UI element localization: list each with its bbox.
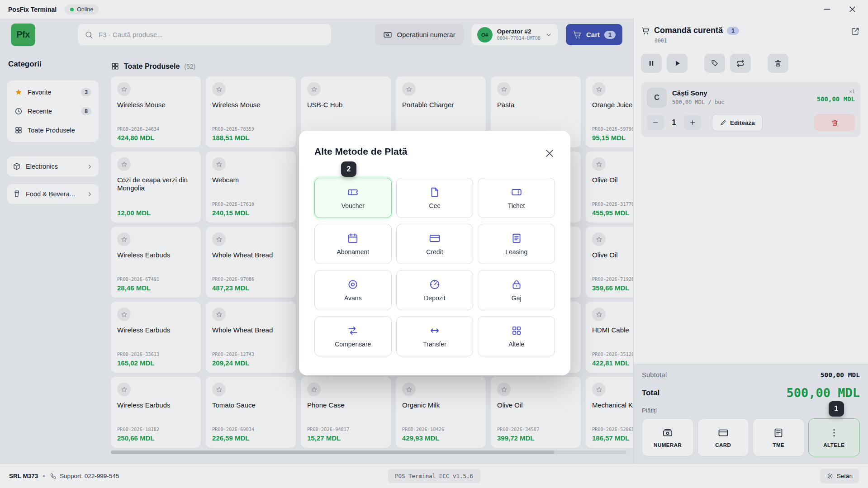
ticket-icon — [347, 186, 359, 198]
method-cec-button[interactable]: Cec — [396, 178, 474, 218]
payment-method-label: Credit — [426, 248, 443, 256]
method-leasing-button[interactable]: Leasing — [478, 224, 555, 264]
arrow-lr-icon — [429, 325, 441, 336]
method-voucher-button[interactable]: 2 Voucher — [314, 178, 392, 218]
payment-method-label: Leasing — [505, 248, 527, 256]
gauge-icon — [429, 279, 441, 290]
method-credit-button[interactable]: Credit — [396, 224, 474, 264]
file-icon — [429, 186, 441, 198]
payment-method-label: Transfer — [423, 341, 446, 348]
target-icon — [347, 279, 359, 290]
doc-lines-icon — [511, 232, 522, 244]
modal-title: Alte Metode de Plată — [314, 146, 555, 157]
payment-methods-modal: Alte Metode de Plată 2 Voucher Cec Tiche… — [299, 131, 570, 375]
payment-method-label: Abonament — [337, 248, 370, 256]
payment-method-label: Voucher — [342, 202, 365, 209]
method-altele-button[interactable]: Altele — [478, 316, 555, 356]
swap-icon — [347, 325, 359, 336]
method-gaj-button[interactable]: Gaj — [478, 270, 555, 310]
method-depozit-button[interactable]: Depozit — [396, 270, 474, 310]
payment-method-label: Cec — [429, 202, 441, 209]
payment-method-label: Altele — [508, 341, 524, 348]
ticket-alt-icon — [511, 186, 522, 198]
step-annotation-badge: 1 — [829, 401, 844, 417]
step-annotation-badge: 2 — [341, 161, 356, 177]
method-tichet-button[interactable]: Tichet — [478, 178, 555, 218]
grid-4-icon — [511, 325, 522, 336]
payment-method-label: Tichet — [508, 202, 525, 209]
card-icon — [429, 232, 441, 244]
payment-method-label: Depozit — [424, 294, 445, 302]
payment-method-label: Avans — [344, 294, 362, 302]
payment-method-label: Gaj — [512, 294, 522, 302]
calendar-icon — [347, 232, 359, 244]
modal-close-button[interactable] — [544, 148, 555, 160]
payment-methods-grid: 2 Voucher Cec Tichet Abonament — [314, 178, 555, 356]
lock-icon — [511, 279, 522, 290]
payment-method-label: Compensare — [335, 341, 371, 348]
method-avans-button[interactable]: Avans — [314, 270, 392, 310]
method-abonament-button[interactable]: Abonament — [314, 224, 392, 264]
method-transfer-button[interactable]: Transfer — [396, 316, 474, 356]
close-icon — [544, 148, 555, 159]
method-compensare-button[interactable]: Compensare — [314, 316, 392, 356]
